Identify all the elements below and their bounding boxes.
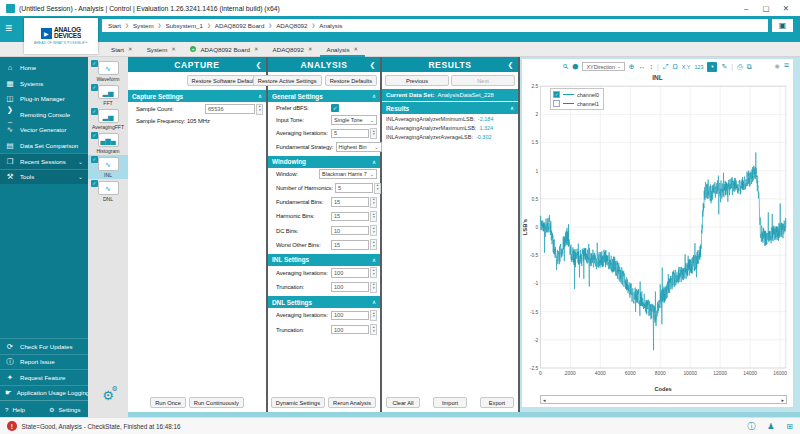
- inl-truncation-input[interactable]: 100: [331, 282, 369, 292]
- fundamental-bins-stepper[interactable]: ▴▾: [370, 197, 377, 208]
- inl-chart-plot[interactable]: -2.5-2-1.5-1-0.500.511.522.5020004000600…: [522, 82, 793, 394]
- averaging-iterations-input[interactable]: 5: [331, 129, 369, 139]
- close-icon[interactable]: ✕: [778, 4, 794, 13]
- pan-vertical-icon[interactable]: ↕: [650, 63, 654, 70]
- histogram-checkbox[interactable]: ✓: [91, 132, 98, 139]
- collapse-section-icon[interactable]: ∧: [258, 93, 262, 99]
- averaging-iterations-stepper[interactable]: ▴▾: [370, 128, 377, 139]
- xy-cursor-toggle[interactable]: X,Y: [682, 64, 691, 70]
- channel0-checkbox[interactable]: ✓: [553, 91, 560, 98]
- tab-adaq8092[interactable]: ADAQ8092✕: [266, 42, 320, 56]
- sidebar-item-vector-generator[interactable]: ∿Vector Generator: [0, 122, 88, 138]
- harmonic-bins-stepper[interactable]: ▴▾: [370, 211, 377, 222]
- breadcrumb-item[interactable]: System: [133, 22, 154, 29]
- export-image-icon[interactable]: ⎙: [737, 63, 743, 70]
- prefer-dbfs-checkbox[interactable]: ✓: [331, 104, 339, 112]
- collapse-panel-icon[interactable]: ❮: [256, 61, 262, 69]
- averagingfft-checkbox[interactable]: ✓: [91, 108, 98, 115]
- dnl-truncation-input[interactable]: 100: [331, 325, 369, 335]
- zoom-icon[interactable]: ⚲: [561, 62, 570, 71]
- pan-icon[interactable]: ⊕: [629, 63, 635, 70]
- collapse-section-icon[interactable]: ∧: [372, 299, 376, 305]
- copy-chart-icon[interactable]: ⧉: [747, 63, 752, 70]
- rail-item-waveform[interactable]: ✓∿Waveform: [88, 59, 128, 83]
- status-error-icon[interactable]: !: [7, 421, 17, 431]
- xy-direction-select[interactable]: XYDirection⌄: [582, 62, 624, 71]
- rail-item-inl[interactable]: ✓∿INL: [88, 155, 128, 179]
- sidebar-item-plugin-manager[interactable]: ◫Plug-in Manager: [0, 91, 88, 107]
- collapse-panel-icon[interactable]: ❮: [370, 61, 376, 69]
- sidebar-item-data-set-comparison[interactable]: ▤Data Set Comparison: [0, 138, 88, 154]
- rerun-analysis-button[interactable]: Rerun Analysis: [328, 397, 376, 408]
- export-button[interactable]: Export: [480, 397, 514, 408]
- sidebar-item-request-feature[interactable]: ✦Request Feature: [0, 369, 88, 385]
- restore-defaults-button[interactable]: Restore Defaults: [325, 75, 377, 86]
- legend-item-channel1[interactable]: channel1: [553, 100, 599, 107]
- sidebar-item-settings[interactable]: ⚙Settings: [44, 401, 88, 417]
- collapse-section-icon[interactable]: ∧: [372, 93, 376, 99]
- close-tab-icon[interactable]: ✕: [308, 46, 313, 52]
- worst-other-bins-input[interactable]: 15: [331, 240, 369, 250]
- restore-active-settings-button[interactable]: Restore Active Settings: [253, 75, 322, 86]
- worst-other-bins-stepper[interactable]: ▴▾: [370, 239, 377, 250]
- sidebar-item-help[interactable]: ?Help: [0, 401, 44, 417]
- fundamental-strategy-select[interactable]: Highest Bin⌄: [336, 142, 382, 152]
- waveform-checkbox[interactable]: ✓: [91, 60, 98, 67]
- number-of-harmonics-stepper[interactable]: ▴▾: [374, 183, 381, 194]
- input-tone-select[interactable]: Single Tone⌄: [331, 115, 377, 125]
- dynamic-settings-button[interactable]: Dynamic Settings: [271, 397, 325, 408]
- previous-button[interactable]: Previous: [385, 75, 449, 86]
- number-format-toggle[interactable]: 123: [694, 64, 703, 70]
- user-icon[interactable]: ♟: [767, 422, 774, 431]
- rail-item-histogram[interactable]: ✓▄▆▄Histogram: [88, 131, 128, 155]
- tool-settings-gear-icon[interactable]: ⚙⚙: [102, 388, 114, 403]
- tab-analysis[interactable]: Analysis✕: [320, 42, 366, 56]
- sidebar-item-systems[interactable]: ▦Systems: [0, 76, 88, 92]
- inl-averaging-iterations-input[interactable]: 100: [331, 268, 369, 278]
- tab-start[interactable]: Start✕: [104, 42, 140, 56]
- breadcrumb-item[interactable]: Start: [108, 22, 121, 29]
- import-button[interactable]: Import: [433, 397, 467, 408]
- chart-menu-icon[interactable]: ≡: [784, 60, 789, 70]
- cursor-options-dropdown[interactable]: ▾: [707, 62, 717, 72]
- collapse-section-icon[interactable]: ∧: [510, 105, 514, 111]
- rail-item-averagingfft[interactable]: ✓▂▅AveragingFFT: [88, 107, 128, 131]
- inl-averaging-iterations-stepper[interactable]: ▴▾: [370, 267, 377, 278]
- breadcrumb-item[interactable]: Subsystem_1: [165, 22, 203, 29]
- close-tab-icon[interactable]: ✕: [354, 46, 359, 52]
- sample-count-input[interactable]: 65536: [205, 104, 255, 114]
- close-tab-icon[interactable]: ✕: [128, 46, 133, 52]
- breadcrumb-item[interactable]: Analysis: [319, 22, 342, 29]
- window-select[interactable]: Blackman Harris 7⌄: [319, 169, 377, 179]
- breadcrumb-item[interactable]: ADAQ8092: [276, 22, 307, 29]
- number-of-harmonics-input[interactable]: 5: [335, 183, 373, 193]
- sidebar-item-check-for-updates[interactable]: ⟳Check For Updates: [0, 338, 88, 354]
- run-once-button[interactable]: Run Once: [150, 397, 186, 408]
- collapse-section-icon[interactable]: ∧: [372, 159, 376, 165]
- sidebar-item-app-usage-logging[interactable]: ☛Application Usage Logging: [0, 385, 88, 401]
- rail-item-dnl[interactable]: ✓∿DNL: [88, 179, 128, 203]
- edit-pencil-icon[interactable]: ✎: [721, 63, 727, 70]
- sample-count-stepper[interactable]: ▴▾: [256, 104, 263, 115]
- minimize-icon[interactable]: –: [738, 4, 754, 13]
- layout-icon[interactable]: ⊞: [786, 422, 793, 431]
- sidebar-item-recent-sessions[interactable]: ❐Recent Sessions⌄: [0, 153, 88, 169]
- channel1-checkbox[interactable]: [553, 100, 560, 107]
- clear-all-button[interactable]: Clear All: [386, 397, 420, 408]
- auto-scale-icon[interactable]: Ω: [673, 63, 678, 70]
- next-button[interactable]: Next: [451, 75, 515, 86]
- tab-system[interactable]: System✕: [140, 42, 183, 56]
- dnl-checkbox[interactable]: ✓: [91, 180, 98, 187]
- inl-checkbox[interactable]: ✓: [91, 156, 98, 163]
- tab-adaq8092-board[interactable]: +ADAQ8092 Board✕: [183, 42, 266, 56]
- legend-item-channel0[interactable]: ✓ channel0: [553, 91, 599, 98]
- zoom-extents-icon[interactable]: ⤢: [663, 63, 669, 70]
- dnl-truncation-stepper[interactable]: ▴▾: [370, 324, 377, 335]
- fft-checkbox[interactable]: ✓: [91, 84, 98, 91]
- restore-software-defaults-button[interactable]: Restore Software Defaults: [187, 75, 263, 86]
- scroll-right-icon[interactable]: ▸: [781, 397, 784, 403]
- breadcrumb-item[interactable]: ADAQ8092 Board: [215, 22, 265, 29]
- fundamental-bins-input[interactable]: 15: [331, 197, 369, 207]
- dc-bins-stepper[interactable]: ▴▾: [370, 225, 377, 236]
- sidebar-item-report-issue[interactable]: ⓘReport Issue: [0, 354, 88, 370]
